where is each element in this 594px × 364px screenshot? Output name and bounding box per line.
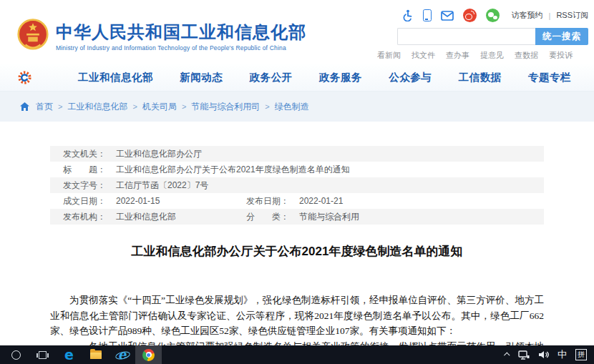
utility-links: 访客预约 | RSS订阅: [512, 10, 588, 21]
quick-link-services[interactable]: 查办事: [446, 50, 469, 61]
meta-row-doc-number: 发文字号： 工信厅节函〔2022〕7号: [50, 177, 544, 193]
browser-page: 中华人民共和国工业和信息化部 Ministry of Industry and …: [0, 0, 594, 345]
file-explorer-button[interactable]: [82, 345, 109, 364]
breadcrumb-separator: >: [265, 102, 269, 111]
meta-label: 成文日期：: [63, 195, 116, 207]
nav-item-special-topics[interactable]: 专题专栏: [528, 71, 571, 84]
visitor-appointment-link[interactable]: 访客预约: [512, 10, 543, 21]
document-title: 工业和信息化部办公厅关于公布2021年度绿色制造名单的通知: [50, 243, 544, 260]
nav-item-participation[interactable]: 公众参与: [389, 71, 432, 84]
meta-label: 发布日期：: [246, 195, 299, 207]
meta-value: 工业和信息化部办公厅: [116, 148, 202, 160]
search-input[interactable]: [397, 28, 535, 45]
breadcrumb-green-manufacturing[interactable]: 绿色制造: [275, 101, 309, 113]
body-paragraph-1: 为贯彻落实《“十四五”工业绿色发展规划》，强化绿色制造标杆引领，经申报单位自评价…: [50, 292, 544, 339]
breadcrumb-band: 首页 > 工业和信息化部 > 机关司局 > 节能与综合利用司 > 绿色制造: [0, 92, 594, 122]
chrome-icon: [142, 349, 155, 361]
volume-icon[interactable]: [538, 350, 549, 359]
meta-value: 2022-01-15: [116, 196, 246, 206]
ime-language-indicator[interactable]: 中: [558, 348, 567, 361]
chevron-up-icon: [504, 352, 510, 358]
weibo-icon[interactable]: [463, 9, 477, 22]
breadcrumb: 首页 > 工业和信息化部 > 机关司局 > 节能与综合利用司 > 绿色制造: [20, 101, 309, 113]
site-subtitle: Ministry of Industry and Information Tec…: [56, 44, 306, 51]
nav-items: 工业和信息化部 新闻动态 政务公开 政务服务 公众参与 工信数据 专题专栏: [78, 71, 575, 84]
file-explorer-icon: [90, 350, 102, 359]
breadcrumb-energy-dept[interactable]: 节能与综合利用司: [191, 101, 260, 113]
meta-value: 工业和信息化部: [116, 211, 246, 223]
internet-explorer-button[interactable]: e: [109, 345, 135, 364]
breadcrumb-separator: >: [58, 102, 62, 111]
show-hidden-icons-button[interactable]: [505, 353, 510, 357]
taskbar-apps: e e: [0, 345, 162, 364]
body-paragraph-2: 一、各地工业和信息化主管部门要加强绿色制造名单与相关产业政策的衔接，发挥以点带面…: [50, 339, 544, 346]
meta-value: 节能与综合利用: [299, 211, 359, 223]
screen: 中华人民共和国工业和信息化部 Ministry of Industry and …: [0, 0, 594, 364]
document-content: 发文机关： 工业和信息化部办公厅 标 题： 工业和信息化部办公厅关于公布2021…: [50, 146, 544, 345]
meta-value: 2022-01-21: [299, 196, 343, 206]
meta-label: 标 题：: [63, 164, 116, 176]
utility-row: 访客预约 | RSS订阅: [401, 9, 588, 22]
site-header: 中华人民共和国工业和信息化部 Ministry of Industry and …: [0, 0, 594, 64]
edge-button[interactable]: e: [56, 345, 82, 364]
site-logo[interactable]: 中华人民共和国工业和信息化部 Ministry of Industry and …: [17, 17, 306, 56]
nav-item-news[interactable]: 新闻动态: [180, 71, 223, 84]
site-title-block: 中华人民共和国工业和信息化部 Ministry of Industry and …: [56, 22, 306, 51]
meta-row-issuing-org: 发文机关： 工业和信息化部办公厅: [50, 146, 544, 162]
network-icon[interactable]: [518, 350, 530, 360]
meta-label: 发布机构：: [63, 211, 116, 223]
wechat-icon[interactable]: [486, 9, 500, 22]
quick-link-feedback[interactable]: 提意见: [480, 50, 504, 61]
quick-link-complaint[interactable]: 要投诉: [549, 50, 573, 61]
meta-row-publisher-category: 发布机构： 工业和信息化部 分 类： 节能与综合利用: [50, 209, 544, 225]
rss-subscribe-link[interactable]: RSS订阅: [556, 10, 588, 21]
site-title: 中华人民共和国工业和信息化部: [56, 22, 306, 42]
main-nav: 工业和信息化部 新闻动态 政务公开 政务服务 公众参与 工信数据 专题专栏: [0, 64, 594, 92]
document-body: 为贯彻落实《“十四五”工业绿色发展规划》，强化绿色制造标杆引领，经申报单位自评价…: [50, 292, 544, 345]
quick-link-data[interactable]: 查数据: [515, 50, 538, 61]
system-tray: 中 拼: [505, 348, 594, 361]
breadcrumb-separator: >: [132, 102, 137, 111]
quick-links: 看新闻 找文件 查办事 提意见 查数据 要投诉: [377, 50, 573, 61]
nav-item-ministry[interactable]: 工业和信息化部: [78, 71, 153, 84]
task-view-icon: [39, 351, 47, 359]
meta-row-title: 标 题： 工业和信息化部办公厅关于公布2021年度绿色制造名单的通知: [50, 162, 544, 177]
meta-label: 分 类：: [246, 211, 299, 223]
windows-taskbar: e e 中 拼: [0, 345, 594, 364]
doc-meta-table: 发文机关： 工业和信息化部办公厅 标 题： 工业和信息化部办公厅关于公布2021…: [50, 146, 544, 225]
unified-search-button[interactable]: 统一搜索: [535, 28, 588, 45]
search-bar: 统一搜索: [397, 28, 588, 45]
accessibility-icon[interactable]: [401, 9, 414, 21]
breadcrumb-ministry[interactable]: 工业和信息化部: [67, 101, 127, 113]
nav-logo-icon: [17, 70, 32, 85]
breadcrumb-home[interactable]: 首页: [36, 101, 53, 113]
nav-item-gov-affairs[interactable]: 政务公开: [250, 71, 293, 84]
quick-link-files[interactable]: 找文件: [412, 50, 435, 61]
internet-explorer-icon: e: [115, 348, 130, 361]
home-icon[interactable]: [20, 102, 29, 111]
nav-item-gov-services[interactable]: 政务服务: [319, 71, 362, 84]
mail-icon[interactable]: [441, 11, 454, 21]
cortana-icon: [11, 350, 21, 360]
breadcrumb-departments[interactable]: 机关司局: [142, 101, 177, 113]
edge-icon: e: [64, 348, 74, 362]
breadcrumb-separator: >: [182, 102, 186, 111]
chrome-button[interactable]: [135, 345, 162, 364]
meta-label: 发文机关：: [63, 148, 116, 160]
nav-item-miit-data[interactable]: 工信数据: [459, 71, 502, 84]
meta-value: 工信厅节函〔2022〕7号: [116, 179, 208, 192]
national-emblem-icon: [17, 17, 49, 56]
meta-label: 发文字号：: [63, 179, 116, 192]
utility-divider: |: [549, 11, 551, 20]
meta-row-dates: 成文日期： 2022-01-15 发布日期： 2022-01-21: [50, 193, 544, 209]
task-view-button[interactable]: [29, 345, 56, 364]
quick-link-news[interactable]: 看新闻: [377, 50, 401, 61]
ime-pinyin-indicator[interactable]: 拼: [575, 349, 587, 360]
meta-value: 工业和信息化部办公厅关于公布2021年度绿色制造名单的通知: [116, 164, 350, 176]
mobile-icon[interactable]: [423, 9, 432, 21]
cortana-button[interactable]: [3, 345, 29, 364]
